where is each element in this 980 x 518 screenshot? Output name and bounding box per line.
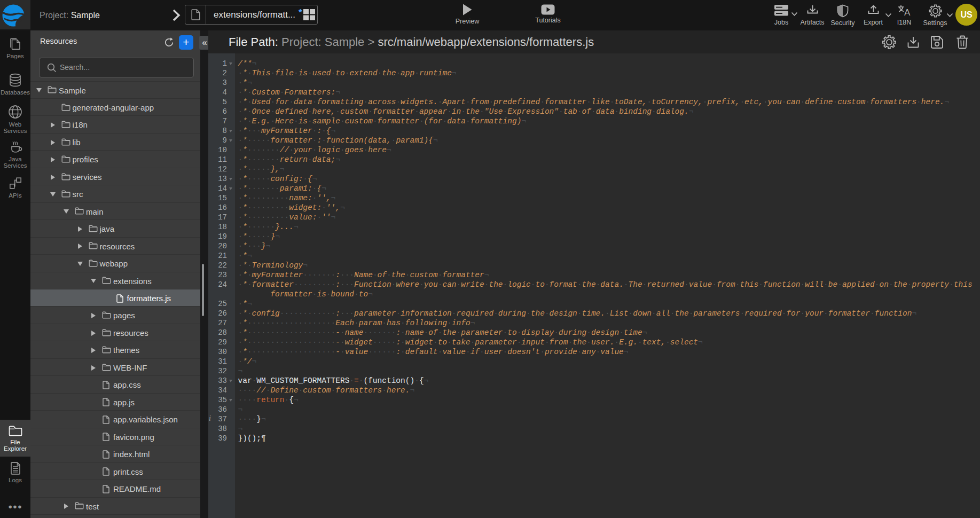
svg-text:A: A xyxy=(904,7,911,17)
